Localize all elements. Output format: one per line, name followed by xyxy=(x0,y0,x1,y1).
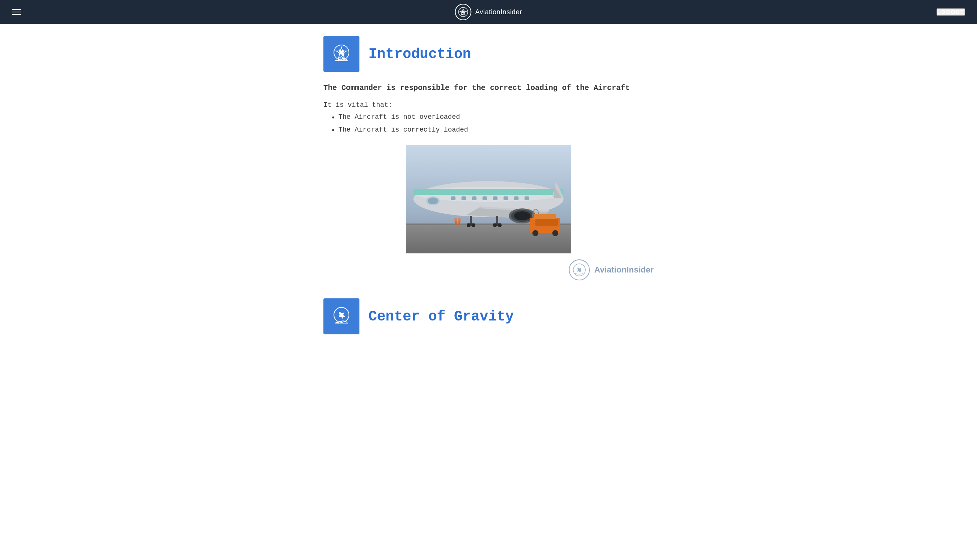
svg-rect-7 xyxy=(413,189,564,195)
introduction-main-text: The Commander is responsible for the cor… xyxy=(323,82,654,94)
introduction-bullet-list: The Aircraft is not overloaded The Aircr… xyxy=(323,113,654,136)
svg-point-28 xyxy=(493,223,497,227)
main-content: Introduction The Commander is responsibl… xyxy=(308,24,669,364)
cog-airplane-icon xyxy=(330,304,353,328)
watermark-airplane-icon xyxy=(572,263,586,277)
svg-rect-39 xyxy=(534,214,556,220)
svg-rect-36 xyxy=(458,221,460,225)
aircraft-image-container xyxy=(323,145,654,253)
cog-title: Center of Gravity xyxy=(368,308,514,325)
svg-point-33 xyxy=(472,223,475,227)
svg-rect-16 xyxy=(514,197,519,200)
center-of-gravity-section: Center of Gravity xyxy=(323,298,654,334)
introduction-sub-text: It is vital that: xyxy=(323,101,654,109)
aircraft-svg-scene xyxy=(406,145,571,253)
watermark-logo-circle xyxy=(569,259,590,280)
svg-rect-11 xyxy=(462,197,466,200)
svg-rect-12 xyxy=(472,197,477,200)
watermark-brand-text: AviationInsider xyxy=(594,265,654,275)
brand-logo-circle xyxy=(455,4,471,20)
svg-point-35 xyxy=(454,218,457,221)
navbar: AviationInsider LOGOUT xyxy=(0,0,977,24)
cog-icon-box xyxy=(323,298,360,334)
list-item: The Aircraft is not overloaded xyxy=(331,113,654,123)
hamburger-menu[interactable] xyxy=(12,9,21,15)
svg-point-29 xyxy=(498,223,502,227)
brand-airplane-icon xyxy=(458,7,468,17)
aircraft-image xyxy=(406,145,571,253)
svg-point-22 xyxy=(514,212,530,220)
introduction-section: Introduction The Commander is responsibl… xyxy=(323,36,654,280)
svg-rect-17 xyxy=(525,197,529,200)
list-item: The Aircraft is correctly loaded xyxy=(331,126,654,136)
introduction-body: The Commander is responsible for the cor… xyxy=(323,82,654,280)
svg-point-37 xyxy=(458,218,461,221)
introduction-header: Introduction xyxy=(323,36,654,72)
svg-point-32 xyxy=(467,223,470,227)
watermark: AviationInsider xyxy=(323,259,654,280)
logout-button[interactable]: LOGOUT xyxy=(937,8,965,16)
svg-point-9 xyxy=(428,198,438,204)
introduction-title: Introduction xyxy=(368,46,471,62)
svg-rect-15 xyxy=(504,197,508,200)
svg-point-41 xyxy=(552,230,558,236)
svg-rect-13 xyxy=(482,197,487,200)
introduction-airplane-icon xyxy=(330,42,353,66)
brand-name: AviationInsider xyxy=(475,8,522,16)
cog-header: Center of Gravity xyxy=(323,298,654,334)
brand-logo[interactable]: AviationInsider xyxy=(455,4,522,20)
svg-rect-34 xyxy=(455,221,457,225)
svg-rect-10 xyxy=(451,197,455,200)
svg-point-40 xyxy=(532,230,539,236)
svg-rect-14 xyxy=(493,197,497,200)
svg-rect-42 xyxy=(535,219,558,226)
introduction-icon-box xyxy=(323,36,360,72)
